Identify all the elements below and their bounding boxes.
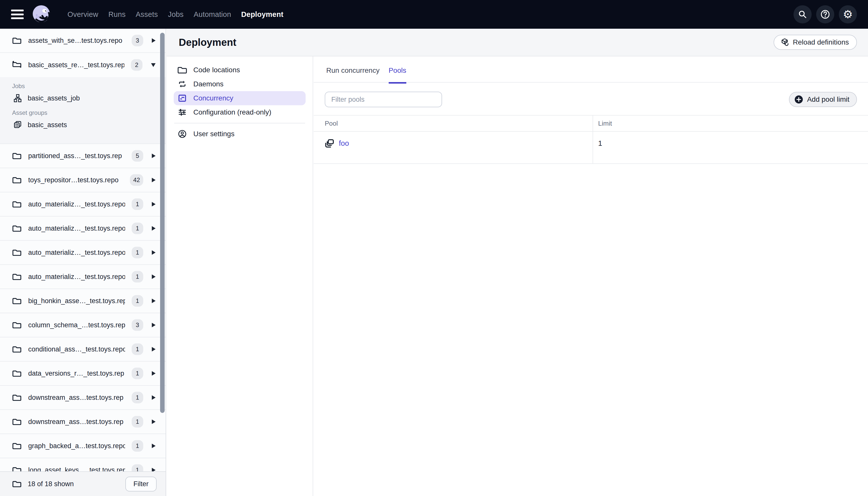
pools-toolbar: Add pool limit [325, 92, 857, 107]
reload-definitions-button[interactable]: Reload definitions [774, 35, 857, 50]
nav-item-user-settings[interactable]: User settings [174, 127, 305, 141]
filter-pools-input[interactable] [325, 92, 442, 107]
asset-count-badge: 1 [132, 198, 143, 210]
folder-icon [177, 65, 187, 75]
dagster-logo[interactable] [31, 4, 51, 25]
tune-sliders-icon [177, 107, 187, 117]
pool-stack-icon [325, 138, 335, 148]
asset-groups-section-label: Asset groups [0, 108, 165, 118]
pool-table-row: foo 1 [314, 132, 868, 164]
repo-row[interactable]: auto_materializ…_test.toys.repo 1 [0, 217, 165, 241]
repo-row[interactable]: downstream_ass…test.toys.rep 1 [0, 410, 165, 434]
user-icon [177, 129, 187, 139]
sidebar-footer: 18 of 18 shown Filter [0, 471, 165, 496]
chevron-right-icon[interactable] [152, 38, 156, 43]
nav-item-deployment[interactable]: Deployment [236, 10, 288, 19]
column-header-limit: Limit [593, 115, 868, 131]
asset-count-badge: 5 [132, 150, 143, 161]
asset-count-badge: 3 [132, 35, 143, 46]
repo-row[interactable]: graph_backed_a…test.toys.repo 1 [0, 434, 165, 458]
repo-row[interactable]: conditional_ass…_test.toys.repo 1 [0, 337, 165, 361]
shown-count-text: 18 of 18 shown [28, 480, 119, 488]
help-icon [820, 9, 831, 20]
nav-divider [174, 123, 305, 123]
nav-item-runs[interactable]: Runs [103, 10, 131, 19]
settings-button[interactable]: ⚙ [839, 5, 857, 24]
reload-cube-icon [780, 38, 789, 47]
folder-icon [12, 479, 22, 489]
hamburger-menu-icon[interactable] [11, 10, 23, 19]
chevron-right-icon[interactable] [152, 371, 156, 376]
nav-item-assets[interactable]: Assets [131, 10, 163, 19]
plus-circle-icon [794, 95, 804, 104]
chevron-right-icon[interactable] [152, 250, 156, 255]
repo-row-expanded[interactable]: basic_assets_re…_test.toys.rep 2 [0, 53, 165, 77]
nav-item-concurrency[interactable]: Concurrency [174, 91, 305, 105]
asset-count-badge: 1 [132, 368, 143, 379]
sidebar-scrollbar[interactable] [160, 33, 164, 413]
chevron-right-icon[interactable] [152, 419, 156, 424]
folder-icon [12, 320, 22, 330]
folder-icon [12, 223, 22, 233]
pool-link-foo[interactable]: foo [339, 139, 349, 148]
help-button[interactable] [816, 5, 834, 24]
tab-run-concurrency[interactable]: Run concurrency [326, 66, 380, 83]
top-nav: Overview Runs Assets Jobs Automation Dep… [0, 0, 868, 29]
asset-count-badge: 1 [132, 222, 143, 234]
page-title: Deployment [179, 37, 774, 48]
gear-icon: ⚙ [843, 9, 853, 20]
asset-group-item[interactable]: basic_assets [0, 118, 165, 132]
nav-item-code-locations[interactable]: Code locations [174, 63, 305, 77]
chevron-right-icon[interactable] [152, 202, 156, 206]
repo-row[interactable]: auto_materializ…_test.toys.repo 1 [0, 241, 165, 265]
nav-item-overview[interactable]: Overview [62, 10, 103, 19]
search-icon [798, 9, 808, 19]
asset-count-badge: 3 [132, 319, 143, 331]
asset-group-icon [13, 120, 22, 129]
folder-icon [12, 441, 22, 451]
nav-item-configuration[interactable]: Configuration (read-only) [174, 105, 305, 119]
chevron-right-icon[interactable] [152, 178, 156, 182]
nav-item-daemons[interactable]: Daemons [174, 77, 305, 91]
chevron-right-icon[interactable] [152, 275, 156, 279]
concurrency-icon [177, 93, 187, 103]
nav-item-automation[interactable]: Automation [189, 10, 236, 19]
repo-row[interactable]: partitioned_ass…_test.toys.rep 5 [0, 144, 165, 168]
top-nav-items: Overview Runs Assets Jobs Automation Dep… [62, 10, 288, 19]
chevron-right-icon[interactable] [152, 323, 156, 327]
repo-row[interactable]: auto_materializ…_test.toys.repo 1 [0, 265, 165, 289]
repo-row[interactable]: assets_with_se…test.toys.repo 3 [0, 29, 165, 53]
chevron-right-icon[interactable] [152, 347, 156, 352]
code-location-sidebar: assets_with_se…test.toys.repo 3 basic_as… [0, 29, 166, 496]
tab-pools[interactable]: Pools [389, 66, 406, 83]
pools-table-header: Pool Limit [314, 115, 868, 132]
add-pool-limit-button[interactable]: Add pool limit [789, 92, 857, 107]
folder-icon [12, 344, 22, 354]
sidebar-filter-button[interactable]: Filter [125, 477, 157, 492]
repo-row[interactable]: big_honkin_asse…_test.toys.rep 1 [0, 289, 165, 313]
chevron-right-icon[interactable] [152, 395, 156, 400]
repo-row[interactable]: data_versions_r…_test.toys.rep 1 [0, 361, 165, 386]
chevron-down-icon[interactable] [151, 63, 156, 67]
folder-icon [12, 272, 22, 281]
chevron-right-icon[interactable] [152, 444, 156, 448]
swap-arrows-icon [177, 79, 187, 89]
folder-icon [12, 369, 22, 378]
column-header-pool: Pool [314, 115, 593, 131]
chevron-right-icon[interactable] [152, 154, 156, 158]
repo-row[interactable]: toys_repositor…test.toys.repo 42 [0, 168, 165, 192]
main-area: Deployment Reload definitions Code locat… [167, 29, 868, 496]
nav-item-jobs[interactable]: Jobs [163, 10, 189, 19]
chevron-right-icon[interactable] [152, 299, 156, 303]
repo-row[interactable]: downstream_ass…test.toys.rep 1 [0, 386, 165, 410]
repo-row[interactable]: column_schema_…test.toys.rep 3 [0, 313, 165, 337]
job-item[interactable]: basic_assets_job [0, 91, 165, 105]
folder-icon [12, 151, 22, 161]
asset-count-badge: 1 [132, 271, 143, 282]
search-button[interactable] [793, 5, 811, 24]
asset-count-badge: 1 [132, 343, 143, 355]
repo-row[interactable]: auto_materializ…_test.toys.repo 1 [0, 192, 165, 217]
asset-count-badge: 1 [132, 295, 143, 307]
chevron-right-icon[interactable] [152, 226, 156, 231]
asset-count-badge: 1 [132, 416, 143, 428]
